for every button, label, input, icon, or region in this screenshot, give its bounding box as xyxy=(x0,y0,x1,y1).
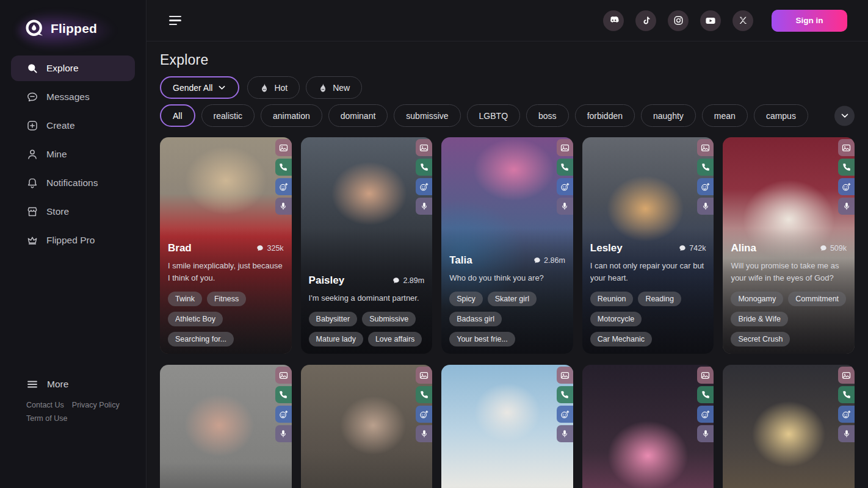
footer-link-privacy-policy[interactable]: Privacy Policy xyxy=(72,400,120,411)
search-icon xyxy=(26,62,38,74)
instagram-link[interactable] xyxy=(668,10,689,31)
character-description: I smile inexplicably, just because I thi… xyxy=(168,260,284,285)
emoji-add-icon[interactable] xyxy=(416,178,432,195)
page-title: Explore xyxy=(160,52,855,68)
emoji-add-icon[interactable] xyxy=(275,406,292,423)
mic-icon[interactable] xyxy=(416,425,432,442)
chat-bubble-icon xyxy=(392,277,400,284)
emoji-add-icon[interactable] xyxy=(416,406,432,423)
app-logo[interactable]: Flipped xyxy=(0,0,146,56)
card-action-stack xyxy=(697,139,714,215)
youtube-link[interactable] xyxy=(700,10,721,31)
emoji-add-icon[interactable] xyxy=(557,406,573,423)
sort-chip-new[interactable]: New xyxy=(306,76,362,99)
category-chip-lgbtq[interactable]: LGBTQ xyxy=(467,104,520,127)
character-card[interactable] xyxy=(582,365,714,488)
character-card-alina[interactable]: Alina509kWill you promise to take me as … xyxy=(723,137,855,354)
category-chip-boss[interactable]: boss xyxy=(526,104,569,127)
card-info: Brad325kI smile inexplicably, just becau… xyxy=(160,242,292,354)
chat-count: 325k xyxy=(256,244,283,253)
photo-icon[interactable] xyxy=(416,139,432,156)
tiktok-link[interactable] xyxy=(635,10,656,31)
character-card[interactable] xyxy=(301,365,433,488)
sidebar-item-messages[interactable]: Messages xyxy=(11,84,135,110)
photo-icon[interactable] xyxy=(275,367,292,384)
tag-chip: Fitness xyxy=(207,292,246,306)
phone-icon[interactable] xyxy=(838,386,855,403)
more-icon xyxy=(26,378,38,390)
character-card-brad[interactable]: Brad325kI smile inexplicably, just becau… xyxy=(160,137,292,354)
sidebar-item-create[interactable]: Create xyxy=(11,113,135,138)
character-card-lesley[interactable]: Lesley742kI can not only repair your car… xyxy=(582,137,714,354)
mic-icon[interactable] xyxy=(838,425,855,442)
phone-icon[interactable] xyxy=(275,386,292,403)
photo-icon[interactable] xyxy=(838,367,855,384)
emoji-add-icon[interactable] xyxy=(697,178,714,195)
menu-button[interactable] xyxy=(169,16,181,26)
more-label: More xyxy=(47,379,68,390)
sign-in-button[interactable]: Sign in xyxy=(772,10,847,32)
emoji-add-icon[interactable] xyxy=(275,178,292,195)
discord-link[interactable] xyxy=(603,10,624,31)
emoji-add-icon[interactable] xyxy=(557,178,573,195)
emoji-add-icon[interactable] xyxy=(838,406,855,423)
emoji-add-icon[interactable] xyxy=(838,178,855,195)
photo-icon[interactable] xyxy=(416,367,432,384)
tag-chip: Secret Crush xyxy=(731,332,790,346)
phone-icon[interactable] xyxy=(838,159,855,176)
phone-icon[interactable] xyxy=(697,159,714,176)
mic-icon[interactable] xyxy=(557,425,573,442)
chat-bubble-icon xyxy=(820,245,827,252)
sidebar-item-flipped-pro[interactable]: Flipped Pro xyxy=(11,228,135,253)
footer-link-contact-us[interactable]: Contact Us xyxy=(26,400,64,411)
gender-filter-dropdown[interactable]: Gender All xyxy=(160,76,239,99)
category-chip-all[interactable]: All xyxy=(160,104,195,127)
photo-icon[interactable] xyxy=(697,367,714,384)
character-card-paisley[interactable]: Paisley2.89mI'm seeking a dominant partn… xyxy=(301,137,433,354)
phone-icon[interactable] xyxy=(416,386,432,403)
character-card[interactable] xyxy=(723,365,855,488)
sidebar-item-store[interactable]: Store xyxy=(11,199,135,224)
sidebar-item-explore[interactable]: Explore xyxy=(11,56,135,81)
x-link[interactable] xyxy=(732,10,753,31)
mic-icon[interactable] xyxy=(697,198,714,215)
sidebar-item-label: Explore xyxy=(46,63,79,74)
sidebar-more-button[interactable]: More xyxy=(11,378,135,390)
phone-icon[interactable] xyxy=(275,159,292,176)
phone-icon[interactable] xyxy=(557,386,573,403)
sidebar-item-mine[interactable]: Mine xyxy=(11,142,135,167)
category-chip-forbidden[interactable]: forbidden xyxy=(575,104,635,127)
mic-icon[interactable] xyxy=(275,425,292,442)
phone-icon[interactable] xyxy=(557,159,573,176)
photo-icon[interactable] xyxy=(697,139,714,156)
sidebar-item-notifications[interactable]: Notifications xyxy=(11,170,135,196)
category-chip-realistic[interactable]: realistic xyxy=(201,104,255,127)
character-card[interactable] xyxy=(441,365,573,488)
photo-icon[interactable] xyxy=(557,367,573,384)
category-chip-submissive[interactable]: submissive xyxy=(394,104,460,127)
mic-icon[interactable] xyxy=(557,198,573,215)
category-chip-dominant[interactable]: dominant xyxy=(328,104,388,127)
category-chip-mean[interactable]: mean xyxy=(702,104,748,127)
mic-icon[interactable] xyxy=(697,425,714,442)
category-chip-campus[interactable]: campus xyxy=(754,104,808,127)
sort-chip-hot[interactable]: Hot xyxy=(247,76,300,99)
photo-icon[interactable] xyxy=(275,139,292,156)
character-image xyxy=(723,365,855,488)
footer-link-term-of-use[interactable]: Term of Use xyxy=(26,413,67,425)
mic-icon[interactable] xyxy=(838,198,855,215)
emoji-add-icon[interactable] xyxy=(697,406,714,423)
category-chip-naughty[interactable]: naughty xyxy=(641,104,696,127)
photo-icon[interactable] xyxy=(838,139,855,156)
category-chip-animation[interactable]: animation xyxy=(261,104,322,127)
photo-icon[interactable] xyxy=(557,139,573,156)
character-card[interactable] xyxy=(160,365,292,488)
mic-icon[interactable] xyxy=(416,198,432,215)
chat-count: 2.89m xyxy=(392,276,424,285)
phone-icon[interactable] xyxy=(416,159,432,176)
mic-icon[interactable] xyxy=(275,198,292,215)
card-action-stack xyxy=(838,139,855,215)
character-card-talia[interactable]: Talia2.86mWho do you think you are?Spicy… xyxy=(441,137,573,354)
expand-categories-button[interactable] xyxy=(834,106,855,126)
phone-icon[interactable] xyxy=(697,386,714,403)
